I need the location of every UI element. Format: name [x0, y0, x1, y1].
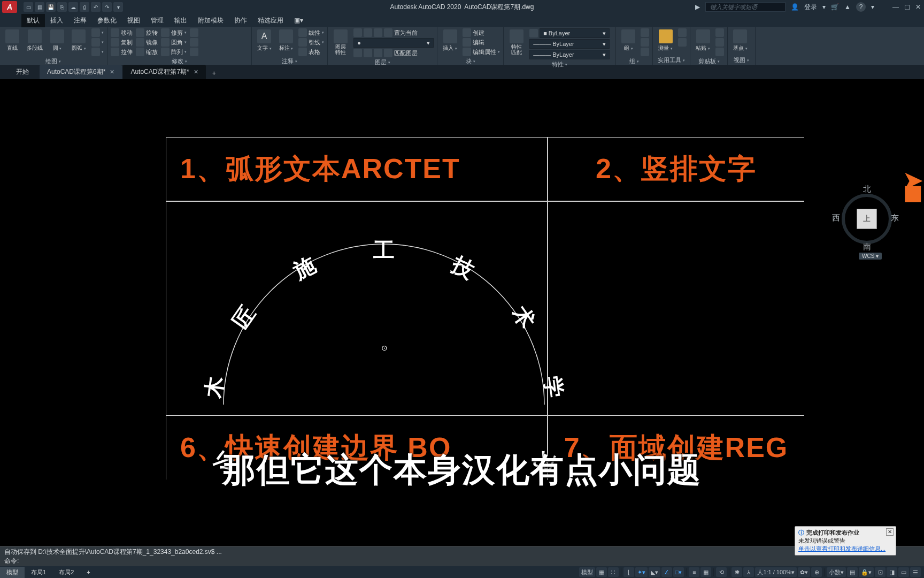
layout-1[interactable]: 布局1	[25, 567, 52, 578]
status-snap-icon[interactable]: ⸬	[608, 567, 619, 577]
offset-icon[interactable]	[190, 48, 198, 56]
status-annoscale[interactable]: 人 1:1 / 100% ▾	[755, 567, 797, 577]
group3-icon[interactable]	[641, 48, 649, 56]
util1-icon[interactable]	[678, 28, 687, 37]
editattr-icon[interactable]	[463, 48, 471, 56]
clip3-icon[interactable]	[715, 48, 724, 56]
base-button[interactable]: 基点 ▾	[731, 28, 750, 53]
color-icon[interactable]	[529, 29, 538, 37]
tab-collab[interactable]: 协作	[229, 14, 252, 27]
cut-icon[interactable]	[715, 28, 724, 37]
close-icon[interactable]: ✕	[915, 3, 921, 11]
array-icon[interactable]	[161, 48, 170, 56]
status-anno2-icon[interactable]: ⅄	[743, 567, 754, 577]
viewcube-n[interactable]: 北	[863, 184, 871, 194]
qat-dropdown-icon[interactable]: ▾	[113, 2, 123, 12]
layer5-icon[interactable]	[353, 49, 362, 57]
spline-icon[interactable]	[91, 28, 100, 37]
viewcube-wcs[interactable]: WCS ▾	[859, 253, 882, 260]
status-model[interactable]: 模型	[579, 567, 595, 577]
close-tab-icon[interactable]: ✕	[194, 69, 198, 75]
util2-icon[interactable]	[678, 38, 687, 47]
move-icon[interactable]	[111, 28, 119, 37]
layer-combo[interactable]: ●▾	[353, 38, 434, 48]
drawing-canvas[interactable]: 1、弧形文本ARCTET 2、竖排文字 6、快速创建边界 BO 7、面域创建RE…	[0, 79, 924, 546]
viewcube-top[interactable]: 上	[857, 209, 877, 229]
group-button[interactable]: 组 ▾	[619, 28, 637, 53]
login-dropdown-icon[interactable]: ▾	[822, 3, 826, 11]
linetype-combo[interactable]: ——— ByLayer▾	[529, 39, 610, 49]
color-combo[interactable]: ■ ByLayer▾	[540, 28, 610, 38]
close-tab-icon[interactable]: ✕	[110, 69, 114, 75]
layer6-icon[interactable]	[364, 49, 372, 57]
maximize-icon[interactable]: ▢	[904, 3, 910, 11]
app-logo[interactable]: A	[2, 1, 17, 13]
status-units[interactable]: 小数 ▾	[827, 567, 846, 577]
minimize-icon[interactable]: —	[892, 3, 899, 11]
login-label[interactable]: 登录	[804, 3, 817, 12]
linear-icon[interactable]	[298, 28, 307, 37]
lineweight-combo[interactable]: ——— ByLayer▾	[529, 50, 610, 59]
layout-model[interactable]: 模型	[0, 567, 25, 578]
undo-icon[interactable]: ↶	[91, 2, 101, 12]
paste-button[interactable]: 粘贴 ▾	[694, 28, 712, 53]
viewcube-s[interactable]: 南	[863, 242, 871, 252]
fillet-icon[interactable]	[161, 38, 170, 47]
ellipse-icon[interactable]	[91, 38, 100, 47]
status-polar-icon[interactable]: ✦▾	[635, 567, 648, 577]
notif-link[interactable]: 单击以查看打印和发布详细信息...	[798, 545, 892, 553]
status-custom-icon[interactable]: ☰	[910, 567, 921, 577]
copy-icon[interactable]	[111, 38, 119, 47]
text-button[interactable]: A文字 ▾	[255, 28, 274, 53]
scale-icon[interactable]	[136, 48, 144, 56]
status-lw-icon[interactable]: ≡	[689, 567, 699, 577]
notif-close-icon[interactable]: ✕	[886, 528, 894, 536]
open-icon[interactable]: ▤	[35, 2, 44, 12]
layer-props-button[interactable]: 图层特性	[331, 28, 350, 56]
create-icon[interactable]	[463, 28, 471, 37]
arc-button[interactable]: 圆弧 ▾	[70, 28, 88, 53]
trim-icon[interactable]	[161, 28, 170, 37]
hatch-icon[interactable]	[91, 48, 100, 56]
viewcube[interactable]: 上 北 南 西 东 WCS ▾	[834, 186, 898, 250]
match-props-button[interactable]: 特性匹配	[507, 28, 526, 56]
layer2-icon[interactable]	[364, 28, 372, 37]
cart-icon[interactable]: 🛒	[831, 3, 839, 11]
tab-output[interactable]: 输出	[169, 14, 192, 27]
layer8-icon[interactable]	[384, 49, 392, 57]
redo-icon[interactable]: ↷	[102, 2, 112, 12]
search-input[interactable]: 键入关键字或短语	[705, 2, 786, 12]
status-iso2-icon[interactable]: ◨	[887, 567, 897, 577]
status-ortho-icon[interactable]: ⌊	[623, 567, 634, 577]
leader-icon[interactable]	[298, 38, 307, 47]
status-grid-icon[interactable]: ▦	[596, 567, 607, 577]
status-trans-icon[interactable]: ▦	[700, 567, 711, 577]
status-osnap-icon[interactable]: □▾	[673, 567, 684, 577]
tab-insert[interactable]: 插入	[45, 14, 68, 27]
viewcube-w[interactable]: 西	[832, 213, 840, 223]
blockedit-icon[interactable]	[463, 38, 471, 47]
layer1-icon[interactable]	[353, 28, 362, 37]
insert-button[interactable]: 插入 ▾	[441, 28, 459, 53]
viewcube-e[interactable]: 东	[891, 213, 899, 223]
file-tab-6[interactable]: AutoCAD课程第6期*✕	[40, 65, 122, 79]
status-monitor-icon[interactable]: ⊕	[811, 567, 822, 577]
status-lock-icon[interactable]: 🔒▾	[859, 567, 874, 577]
tab-parametric[interactable]: 参数化	[92, 14, 122, 27]
layout-add[interactable]: +	[80, 567, 96, 577]
file-tab-7[interactable]: AutoCAD课程第7期*✕	[123, 65, 205, 79]
tab-addins[interactable]: 附加模块	[192, 14, 229, 27]
tab-manage[interactable]: 管理	[145, 14, 169, 27]
copyclip-icon[interactable]	[715, 38, 724, 47]
layer3-icon[interactable]	[374, 28, 382, 37]
line-button[interactable]: 直线	[3, 28, 21, 53]
print-icon[interactable]: ⎙	[80, 2, 89, 12]
stretch-icon[interactable]	[111, 48, 119, 56]
status-clean-icon[interactable]: ▭	[898, 567, 909, 577]
help-icon[interactable]: ?	[856, 2, 866, 12]
save-icon[interactable]: 💾	[46, 2, 56, 12]
layer7-icon[interactable]	[374, 49, 382, 57]
exchange-icon[interactable]: ▲	[844, 3, 851, 11]
rotate-icon[interactable]	[136, 28, 144, 37]
status-ws-icon[interactable]: ✿▾	[798, 567, 810, 577]
